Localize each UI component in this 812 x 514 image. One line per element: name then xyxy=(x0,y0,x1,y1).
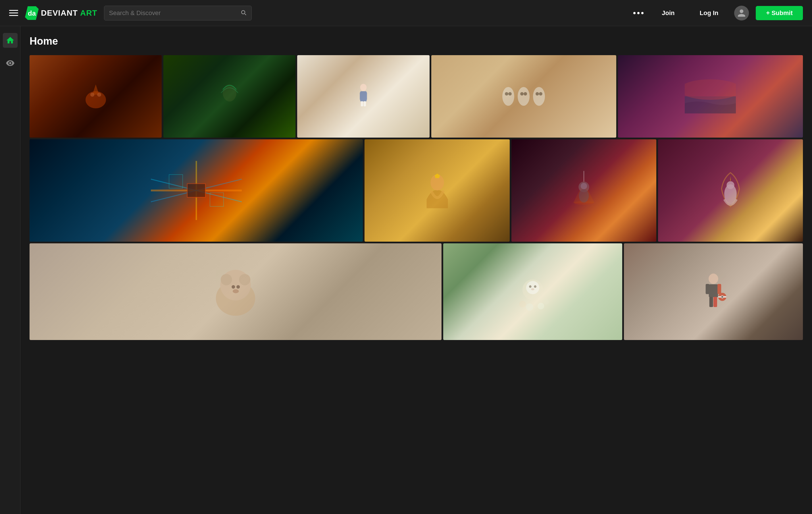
top-navigation: da DEVIANTART Join Log In + Submit xyxy=(0,0,812,26)
svg-point-19 xyxy=(524,92,527,96)
svg-point-14 xyxy=(518,87,530,106)
gallery-row-1 xyxy=(30,55,803,138)
art-detail-owls xyxy=(431,55,616,138)
svg-point-59 xyxy=(708,273,718,284)
svg-point-18 xyxy=(520,92,524,96)
svg-point-47 xyxy=(232,285,235,289)
gallery-item-owls[interactable] xyxy=(431,55,616,138)
svg-marker-3 xyxy=(92,84,99,95)
logo-text2: ART xyxy=(80,8,97,18)
svg-rect-63 xyxy=(709,297,713,307)
join-button[interactable]: Join xyxy=(652,6,684,20)
svg-marker-35 xyxy=(573,182,594,203)
art-detail-princess xyxy=(365,139,510,242)
svg-point-52 xyxy=(529,286,531,288)
gallery-item-circuit[interactable] xyxy=(30,139,363,242)
svg-point-2 xyxy=(86,91,106,108)
gallery xyxy=(30,55,803,340)
svg-text:da: da xyxy=(28,9,36,17)
svg-rect-24 xyxy=(151,161,242,220)
svg-line-27 xyxy=(151,179,242,202)
hamburger-menu[interactable] xyxy=(9,10,18,16)
gallery-item-coast[interactable] xyxy=(618,55,803,138)
gallery-item-alice[interactable] xyxy=(297,55,429,138)
svg-point-49 xyxy=(233,290,239,293)
svg-rect-8 xyxy=(360,91,367,102)
svg-rect-9 xyxy=(360,92,362,100)
svg-point-15 xyxy=(533,87,545,106)
gallery-item-dragon[interactable] xyxy=(30,55,162,138)
search-icon[interactable] xyxy=(240,9,247,17)
svg-point-54 xyxy=(531,288,534,290)
gallery-item-unicorn[interactable] xyxy=(658,139,803,242)
svg-point-51 xyxy=(526,281,539,294)
svg-rect-30 xyxy=(210,193,224,207)
gallery-item-princess[interactable] xyxy=(365,139,510,242)
svg-rect-29 xyxy=(169,174,183,188)
user-avatar[interactable] xyxy=(734,6,749,21)
svg-point-44 xyxy=(220,270,251,300)
login-button[interactable]: Log In xyxy=(691,6,728,20)
sidebar-item-home[interactable] xyxy=(3,33,18,48)
art-detail-bear xyxy=(30,243,441,340)
svg-rect-61 xyxy=(706,284,709,294)
gallery-row-3 xyxy=(30,243,803,340)
gallery-item-bear[interactable] xyxy=(30,243,441,340)
svg-point-16 xyxy=(505,92,508,96)
gallery-row-2 xyxy=(30,139,803,242)
svg-point-55 xyxy=(519,301,526,307)
svg-rect-10 xyxy=(365,92,367,100)
svg-point-7 xyxy=(360,84,367,91)
svg-point-58 xyxy=(543,299,549,305)
logo-icon: da xyxy=(25,6,39,20)
svg-point-21 xyxy=(539,92,542,96)
art-detail-lion-flowers xyxy=(443,243,622,340)
svg-point-23 xyxy=(685,79,736,100)
art-detail-pokemon xyxy=(624,243,803,340)
search-bar xyxy=(104,6,252,21)
site-logo[interactable]: da DEVIANTART xyxy=(25,6,97,20)
svg-rect-62 xyxy=(717,284,721,294)
main-content: Home xyxy=(21,26,812,349)
svg-point-45 xyxy=(221,274,232,286)
svg-point-37 xyxy=(579,189,589,203)
art-detail-circuit xyxy=(30,139,363,242)
submit-button[interactable]: + Submit xyxy=(756,6,803,20)
sidebar xyxy=(0,26,21,514)
svg-marker-33 xyxy=(434,174,440,178)
more-options[interactable] xyxy=(631,10,646,17)
sidebar-item-watch[interactable] xyxy=(3,56,18,71)
svg-marker-42 xyxy=(730,176,731,181)
gallery-item-wolf[interactable] xyxy=(163,55,295,138)
svg-point-32 xyxy=(430,174,444,190)
svg-line-28 xyxy=(151,179,242,202)
svg-point-36 xyxy=(578,182,589,192)
svg-point-43 xyxy=(216,281,255,316)
svg-point-67 xyxy=(721,295,724,298)
svg-point-50 xyxy=(522,279,543,300)
search-input[interactable] xyxy=(109,9,237,17)
logo-text: DEVIANT xyxy=(41,8,78,18)
art-detail-unicorn xyxy=(658,139,803,242)
gallery-item-pokemon[interactable] xyxy=(624,243,803,340)
svg-point-6 xyxy=(223,84,236,102)
svg-rect-12 xyxy=(364,101,366,106)
svg-point-38 xyxy=(580,183,587,189)
svg-point-41 xyxy=(726,181,734,189)
svg-rect-60 xyxy=(709,284,718,297)
svg-point-17 xyxy=(508,92,512,96)
svg-point-46 xyxy=(239,274,250,286)
gallery-item-lion-flowers[interactable] xyxy=(443,243,622,340)
svg-rect-22 xyxy=(685,97,736,113)
art-detail-coast xyxy=(618,55,803,138)
svg-point-56 xyxy=(526,303,533,311)
svg-rect-31 xyxy=(187,184,205,197)
svg-point-57 xyxy=(538,303,544,309)
svg-point-13 xyxy=(502,87,514,106)
svg-point-68 xyxy=(721,296,723,298)
svg-point-48 xyxy=(236,285,240,289)
svg-point-5 xyxy=(97,93,101,97)
gallery-item-space[interactable] xyxy=(512,139,656,242)
svg-point-34 xyxy=(574,201,593,205)
svg-rect-66 xyxy=(718,296,726,298)
